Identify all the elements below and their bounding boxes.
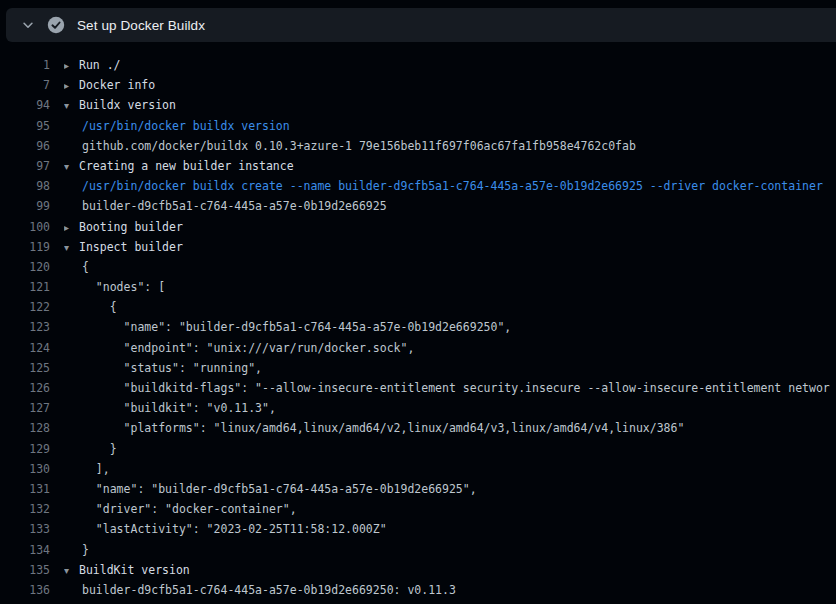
log-line-content: "endpoint": "unix:///var/run/docker.sock… bbox=[64, 338, 836, 358]
log-line: 129 } bbox=[0, 439, 836, 459]
line-number[interactable]: 122 bbox=[0, 297, 50, 317]
log-text: Docker info bbox=[79, 78, 155, 92]
log-text: } bbox=[82, 442, 117, 456]
log-line: 97 ▾Creating a new builder instance bbox=[0, 156, 836, 176]
log-line: 128 "platforms": "linux/amd64,linux/amd6… bbox=[0, 418, 836, 438]
line-number[interactable]: 95 bbox=[0, 116, 50, 136]
log-line-content: "status": "running", bbox=[64, 358, 836, 378]
log-text: "buildkitd-flags": "--allow-insecure-ent… bbox=[82, 381, 830, 395]
log-line: 100 ▸Booting builder bbox=[0, 217, 836, 237]
line-number[interactable]: 100 bbox=[0, 217, 50, 237]
check-circle-icon bbox=[47, 16, 65, 34]
line-number[interactable]: 130 bbox=[0, 459, 50, 479]
line-number[interactable]: 121 bbox=[0, 277, 50, 297]
log-line-content: } bbox=[64, 439, 836, 459]
log-line-content: "platforms": "linux/amd64,linux/amd64/v2… bbox=[64, 418, 836, 438]
log-line-content: "buildkit": "v0.11.3", bbox=[64, 398, 836, 418]
log-text: "name": "builder-d9cfb5a1-c764-445a-a57e… bbox=[82, 320, 511, 334]
log-line: 135 ▾BuildKit version bbox=[0, 560, 836, 580]
chevron-down-icon[interactable] bbox=[20, 17, 36, 33]
log-text: Inspect builder bbox=[79, 240, 183, 254]
triangle-right-icon[interactable]: ▸ bbox=[64, 218, 79, 237]
line-number[interactable]: 98 bbox=[0, 176, 50, 196]
line-number[interactable]: 135 bbox=[0, 560, 50, 580]
log-line-content: /usr/bin/docker buildx create --name bui… bbox=[64, 176, 836, 196]
triangle-down-icon[interactable]: ▾ bbox=[64, 238, 79, 257]
log-line-content: builder-d9cfb5a1-c764-445a-a57e-0b19d2e6… bbox=[64, 580, 836, 600]
log-line-content: "nodes": [ bbox=[64, 277, 836, 297]
log-line: 125 "status": "running", bbox=[0, 358, 836, 378]
log-text: "platforms": "linux/amd64,linux/amd64/v2… bbox=[82, 421, 684, 435]
log-line-content[interactable]: ▸Run ./ bbox=[64, 55, 836, 75]
log-text: { bbox=[82, 300, 117, 314]
line-number[interactable]: 96 bbox=[0, 136, 50, 156]
line-number[interactable]: 120 bbox=[0, 257, 50, 277]
triangle-right-icon[interactable]: ▸ bbox=[64, 56, 79, 75]
log-text: "status": "running", bbox=[82, 361, 262, 375]
log-line-content[interactable]: ▾BuildKit version bbox=[64, 560, 836, 580]
log-text: "nodes": [ bbox=[82, 280, 165, 294]
step-title: Set up Docker Buildx bbox=[77, 18, 205, 33]
log-text: builder-d9cfb5a1-c764-445a-a57e-0b19d2e6… bbox=[82, 199, 387, 213]
line-number[interactable]: 131 bbox=[0, 479, 50, 499]
log-line: 130 ], bbox=[0, 459, 836, 479]
log-line: 134 } bbox=[0, 540, 836, 560]
log-line: 132 "driver": "docker-container", bbox=[0, 499, 836, 519]
line-number[interactable]: 99 bbox=[0, 196, 50, 216]
log-line-content[interactable]: ▾Buildx version bbox=[64, 95, 836, 115]
log-line: 133 "lastActivity": "2023-02-25T11:58:12… bbox=[0, 519, 836, 539]
line-number[interactable]: 119 bbox=[0, 237, 50, 257]
log-line: 120 { bbox=[0, 257, 836, 277]
line-number[interactable]: 134 bbox=[0, 540, 50, 560]
log-line-content: "name": "builder-d9cfb5a1-c764-445a-a57e… bbox=[64, 317, 836, 337]
line-number[interactable]: 133 bbox=[0, 519, 50, 539]
log-line-content[interactable]: ▸Booting builder bbox=[64, 217, 836, 237]
line-number[interactable]: 136 bbox=[0, 580, 50, 600]
triangle-right-icon[interactable]: ▸ bbox=[64, 76, 79, 95]
log-line: 99 builder-d9cfb5a1-c764-445a-a57e-0b19d… bbox=[0, 196, 836, 216]
log-text: } bbox=[82, 543, 89, 557]
log-line-content: { bbox=[64, 297, 836, 317]
line-number[interactable]: 132 bbox=[0, 499, 50, 519]
line-number[interactable]: 123 bbox=[0, 317, 50, 337]
line-number[interactable]: 129 bbox=[0, 439, 50, 459]
log-area: 1 ▸Run ./ 7 ▸Docker info 94 ▾Buildx vers… bbox=[0, 42, 836, 604]
line-number[interactable]: 125 bbox=[0, 358, 50, 378]
log-text: Booting builder bbox=[79, 220, 183, 234]
log-line-content[interactable]: ▾Creating a new builder instance bbox=[64, 156, 836, 176]
log-text: ], bbox=[82, 462, 110, 476]
line-number[interactable]: 124 bbox=[0, 338, 50, 358]
log-text: /usr/bin/docker buildx create --name bui… bbox=[82, 179, 823, 193]
log-line: 131 "name": "builder-d9cfb5a1-c764-445a-… bbox=[0, 479, 836, 499]
triangle-down-icon[interactable]: ▾ bbox=[64, 561, 79, 580]
step-header[interactable]: Set up Docker Buildx bbox=[6, 8, 836, 42]
log-text: "name": "builder-d9cfb5a1-c764-445a-a57e… bbox=[82, 482, 477, 496]
line-number[interactable]: 97 bbox=[0, 156, 50, 176]
log-line: 7 ▸Docker info bbox=[0, 75, 836, 95]
line-number[interactable]: 127 bbox=[0, 398, 50, 418]
log-text: Run ./ bbox=[79, 58, 121, 72]
log-text: BuildKit version bbox=[79, 563, 190, 577]
log-lines: 1 ▸Run ./ 7 ▸Docker info 94 ▾Buildx vers… bbox=[0, 55, 836, 600]
line-number[interactable]: 7 bbox=[0, 75, 50, 95]
log-line-content[interactable]: ▾Inspect builder bbox=[64, 237, 836, 257]
log-line-content: builder-d9cfb5a1-c764-445a-a57e-0b19d2e6… bbox=[64, 196, 836, 216]
log-line: 136 builder-d9cfb5a1-c764-445a-a57e-0b19… bbox=[0, 580, 836, 600]
log-line-content: /usr/bin/docker buildx version bbox=[64, 116, 836, 136]
log-text: "buildkit": "v0.11.3", bbox=[82, 401, 276, 415]
line-number[interactable]: 94 bbox=[0, 95, 50, 115]
log-line-content[interactable]: ▸Docker info bbox=[64, 75, 836, 95]
log-line: 121 "nodes": [ bbox=[0, 277, 836, 297]
log-line-content: "lastActivity": "2023-02-25T11:58:12.000… bbox=[64, 519, 836, 539]
triangle-down-icon[interactable]: ▾ bbox=[64, 157, 79, 176]
log-line: 94 ▾Buildx version bbox=[0, 95, 836, 115]
log-line: 126 "buildkitd-flags": "--allow-insecure… bbox=[0, 378, 836, 398]
log-line: 1 ▸Run ./ bbox=[0, 55, 836, 75]
log-line: 123 "name": "builder-d9cfb5a1-c764-445a-… bbox=[0, 317, 836, 337]
log-text: { bbox=[82, 260, 89, 274]
line-number[interactable]: 1 bbox=[0, 55, 50, 75]
triangle-down-icon[interactable]: ▾ bbox=[64, 96, 79, 115]
line-number[interactable]: 128 bbox=[0, 418, 50, 438]
line-number[interactable]: 126 bbox=[0, 378, 50, 398]
log-line-content: "name": "builder-d9cfb5a1-c764-445a-a57e… bbox=[64, 479, 836, 499]
